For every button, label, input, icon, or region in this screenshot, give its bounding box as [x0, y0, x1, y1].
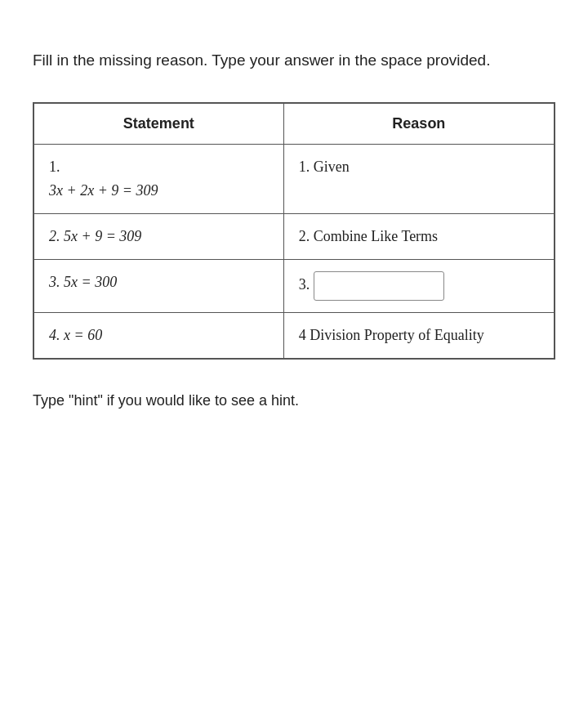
- reason-text-2: Combine Like Terms: [314, 228, 438, 244]
- reason-text-4: Division Property of Equality: [310, 327, 483, 343]
- reason-label-1: 1.: [299, 159, 314, 175]
- table-row: 1. 3x + 2x + 9 = 309 1. Given: [33, 144, 555, 213]
- reason-label-2: 2.: [299, 228, 314, 244]
- reason-cell-1: 1. Given: [283, 144, 555, 213]
- missing-reason-input[interactable]: [314, 271, 444, 301]
- statement-math-2: 2. 5x + 9 = 309: [49, 228, 141, 244]
- table-row: 4. x = 60 4 Division Property of Equalit…: [33, 312, 555, 359]
- statement-cell-1: 1. 3x + 2x + 9 = 309: [33, 144, 283, 213]
- statement-math-3: 3. 5x = 300: [49, 274, 117, 290]
- statement-cell-2: 2. 5x + 9 = 309: [33, 213, 283, 259]
- statement-cell-3: 3. 5x = 300: [33, 259, 283, 312]
- reason-cell-2: 2. Combine Like Terms: [283, 213, 555, 259]
- table-row: 3. 5x = 300 3.: [33, 259, 555, 312]
- instructions-text: Fill in the missing reason. Type your an…: [33, 49, 555, 73]
- reason-cell-4: 4 Division Property of Equality: [283, 312, 555, 359]
- table-header-statement: Statement: [33, 103, 283, 145]
- statement-math-4: 4. x = 60: [49, 327, 102, 343]
- reason-label-3: 3.: [299, 276, 314, 293]
- statement-math-1: 3x + 2x + 9 = 309: [49, 182, 158, 199]
- proof-table: Statement Reason 1. 3x + 2x + 9 = 309 1.…: [33, 102, 555, 360]
- reason-label-4: 4: [299, 327, 310, 343]
- hint-instructions: Type "hint" if you would like to see a h…: [33, 392, 555, 409]
- table-row: 2. 5x + 9 = 309 2. Combine Like Terms: [33, 213, 555, 259]
- statement-cell-4: 4. x = 60: [33, 312, 283, 359]
- statement-label-1: 1.: [49, 156, 269, 178]
- reason-cell-3: 3.: [283, 259, 555, 312]
- reason-text-1: Given: [314, 159, 350, 175]
- table-header-reason: Reason: [283, 103, 555, 145]
